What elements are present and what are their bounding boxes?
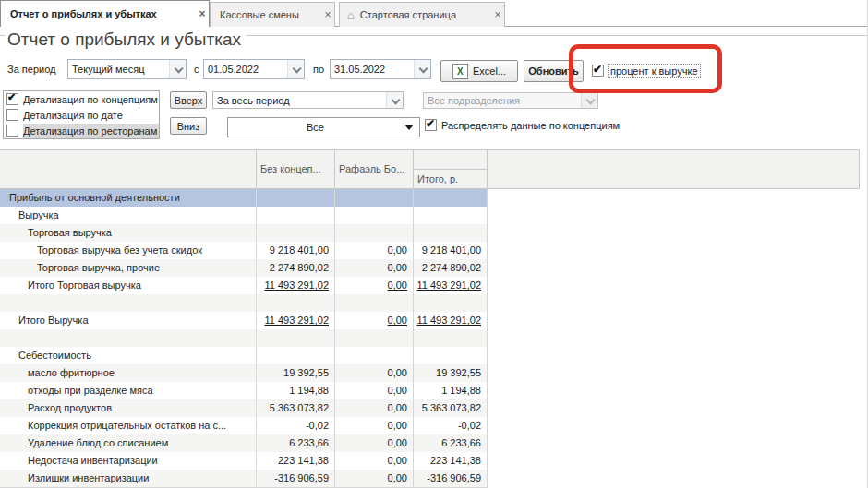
tab-pnl-report[interactable]: Отчет о прибылях и убытках × — [0, 0, 210, 27]
row-label: Излишки инвентаризации — [0, 470, 257, 487]
column-header-total[interactable]: Итого, р. — [413, 169, 487, 188]
date-to-picker[interactable]: 31.05.2022 — [330, 59, 431, 79]
column-header-concept-none[interactable]: Без концеп... — [256, 150, 338, 188]
cell-value — [335, 294, 414, 312]
cell-value — [257, 294, 335, 312]
cell-value: 0,00 — [335, 382, 414, 399]
table-body: Прибыль от основной деятельностиВыручкаТ… — [0, 189, 488, 488]
distribute-checkbox-label[interactable]: Распределять данные по концепциям — [441, 119, 620, 132]
table-row[interactable]: Итого Выручка11 493 291,020,0011 493 291… — [0, 312, 488, 329]
column-header-concept-rafael[interactable]: Рафаэль Бо... — [334, 150, 416, 188]
period-select[interactable]: Текущий месяц — [67, 59, 187, 79]
cell-value: 0,00 — [335, 399, 414, 417]
detail-options-list: ✔ Детализация по концепциям Детализация … — [3, 90, 160, 139]
chevron-down-icon[interactable] — [287, 60, 304, 78]
tab-start-page[interactable]: ⌂ Стартовая страница × — [339, 2, 505, 27]
refresh-button[interactable]: Обновить — [524, 60, 584, 82]
row-label: Прибыль от основной деятельности — [0, 189, 257, 207]
cell-value: 11 493 291,02 — [257, 312, 335, 329]
cell-value — [335, 329, 414, 347]
cell-value — [414, 224, 488, 242]
cell-value — [414, 189, 488, 207]
table-row[interactable]: Недостача инвентаризации223 141,380,0022… — [0, 452, 488, 470]
period-select-value: Текущий месяц — [68, 64, 169, 75]
list-item-detail-concepts[interactable]: ✔ Детализация по концепциям — [4, 91, 159, 107]
cell-value: 5 363 073,82 — [257, 399, 335, 417]
period-scope-value: За весь период — [213, 95, 386, 106]
table-row[interactable]: Расход продуктов5 363 073,820,005 363 07… — [0, 399, 488, 417]
cell-value — [335, 224, 414, 242]
cell-value: 0,00 — [335, 312, 414, 329]
chevron-down-icon[interactable] — [386, 92, 403, 108]
tab-label: Стартовая страница — [351, 9, 491, 20]
chevron-down-icon[interactable] — [169, 60, 186, 78]
up-button-label: Вверх — [175, 95, 203, 106]
table-row[interactable] — [0, 329, 488, 347]
cell-value: 6 233,66 — [257, 434, 335, 452]
cell-value: 11 493 291,02 — [414, 277, 488, 294]
row-label — [0, 294, 257, 312]
down-button-label: Вниз — [177, 121, 200, 132]
table-row[interactable]: отходы при разделке мяса1 194,880,001 19… — [0, 382, 488, 399]
table-row[interactable]: Торговая выручка, прочие2 274 890,020,00… — [0, 259, 488, 277]
list-item-label: Детализация по дате — [23, 108, 159, 123]
table-row[interactable]: Коррекция отрицательных остатков на с...… — [0, 417, 488, 434]
tab-cash-shifts[interactable]: Кассовые смены × — [210, 2, 335, 27]
date-from-picker[interactable]: 01.05.2022 — [203, 59, 305, 79]
period-label: За период — [7, 59, 55, 79]
cell-value — [414, 347, 488, 364]
move-down-button[interactable]: Вниз — [170, 117, 207, 135]
chevron-down-icon — [581, 93, 597, 108]
cell-value: -316 906,59 — [414, 470, 488, 487]
cell-value: 9 218 401,00 — [414, 242, 488, 259]
tab-bar: Отчет о прибылях и убытках × Кассовые см… — [0, 0, 868, 27]
list-item-detail-date[interactable]: Детализация по дате — [4, 107, 159, 123]
list-item-label: Детализация по ресторанам — [23, 124, 159, 138]
close-icon[interactable]: × — [321, 9, 334, 20]
period-scope-select[interactable]: За весь период — [212, 91, 404, 109]
table-row[interactable]: Торговая выручка без учета скидок9 218 4… — [0, 242, 488, 259]
checkbox[interactable] — [6, 125, 18, 137]
cell-value: 19 392,55 — [257, 364, 335, 382]
concept-filter-dropdown[interactable]: Все — [227, 117, 420, 137]
table-row[interactable]: масло фритюрное19 392,550,0019 392,55 — [0, 364, 488, 382]
percent-checkbox-label[interactable]: процент к выручке — [608, 64, 701, 78]
row-label — [0, 329, 257, 347]
check-icon: ✔ — [7, 91, 16, 103]
concept-filter-value: Все — [228, 122, 399, 133]
cell-value: -316 906,59 — [257, 470, 335, 487]
row-label: Итого Торговая выручка — [0, 277, 257, 294]
cell-value: 19 392,55 — [414, 364, 488, 382]
close-icon[interactable]: × — [196, 8, 209, 19]
date-to-value: 31.05.2022 — [331, 64, 414, 75]
percent-checkbox[interactable]: ✔ — [592, 65, 604, 77]
title-rule-right — [246, 35, 868, 36]
table-row[interactable]: Прибыль от основной деятельности — [0, 189, 488, 207]
table-row[interactable]: Себестоимость — [0, 347, 488, 364]
list-item-detail-restaurants[interactable]: Детализация по ресторанам — [4, 123, 159, 138]
cell-value — [257, 329, 335, 347]
table-row[interactable]: Удаление блюд со списанием6 233,660,006 … — [0, 434, 488, 452]
table-row[interactable]: Излишки инвентаризации-316 906,590,00-31… — [0, 470, 488, 487]
departments-value: Все подразделения — [424, 95, 581, 106]
departments-select: Все подразделения — [423, 92, 598, 109]
dropdown-arrow-icon[interactable] — [399, 118, 419, 137]
row-label: Расход продуктов — [0, 399, 257, 417]
checkbox[interactable] — [6, 109, 18, 121]
check-icon: ✔ — [593, 63, 602, 76]
checkbox[interactable]: ✔ — [6, 93, 18, 105]
close-icon[interactable]: × — [491, 9, 504, 20]
move-up-button[interactable]: Вверх — [170, 91, 207, 109]
table-row[interactable]: Выручка — [0, 207, 488, 224]
row-label: Торговая выручка без учета скидок — [0, 242, 257, 259]
table-row[interactable] — [0, 294, 488, 312]
cell-value: 0,00 — [335, 242, 414, 259]
row-label: Торговая выручка — [0, 224, 257, 242]
row-label: Итого Выручка — [0, 312, 257, 329]
chevron-down-icon[interactable] — [414, 60, 430, 78]
excel-button[interactable]: X Excel... — [440, 60, 518, 82]
row-label: Недостача инвентаризации — [0, 452, 257, 470]
table-row[interactable]: Торговая выручка — [0, 224, 488, 242]
distribute-checkbox[interactable]: ✔ — [425, 119, 437, 131]
table-row[interactable]: Итого Торговая выручка11 493 291,020,001… — [0, 277, 488, 294]
